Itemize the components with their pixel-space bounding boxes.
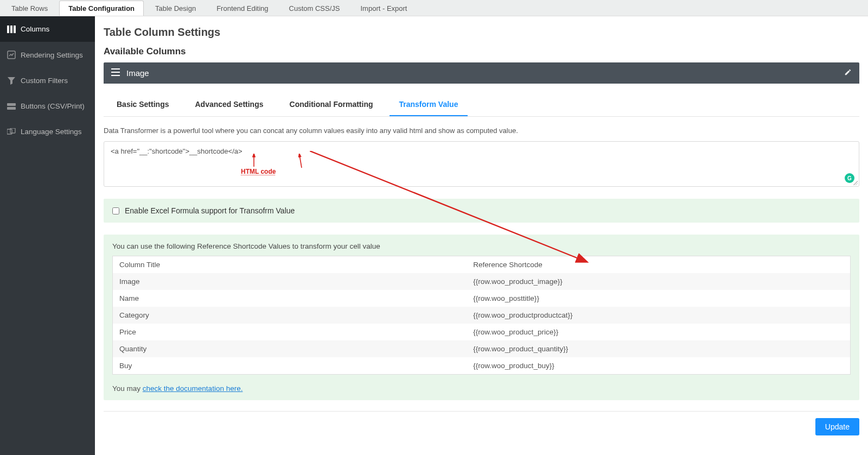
table-header-row: Column Title Reference Shortcode [113,256,851,274]
svg-rect-8 [111,68,120,69]
sidebar-item-label: Custom Filters [21,77,68,85]
cell-column-title: Buy [113,357,467,375]
hamburger-icon [111,68,120,78]
cell-column-title: Price [113,324,467,340]
sub-tabs: Basic SettingsAdvanced SettingsCondition… [104,94,859,117]
language-icon [7,128,16,136]
filter-icon [7,77,16,85]
cell-column-title: Quantity [113,340,467,357]
cell-reference-shortcode: {{row.woo_product_quantity}} [467,340,850,357]
reference-table: Column Title Reference Shortcode Image{{… [112,256,851,375]
svg-rect-5 [7,107,16,110]
top-tab-frontend-editing[interactable]: Frontend Editing [207,1,277,16]
sidebar-item-buttons-csv-print-[interactable]: Buttons (CSV/Print) [0,93,95,119]
table-row: Price{{row.woo_product_price}} [113,324,851,340]
sub-tab-advanced-settings[interactable]: Advanced Settings [185,94,273,116]
svg-rect-0 [7,26,9,33]
pencil-icon[interactable] [844,68,852,78]
svg-rect-10 [111,75,120,76]
rendering-icon [7,50,16,59]
columns-icon [7,26,16,33]
cell-reference-shortcode: {{row.woo_productproductcat}} [467,307,850,324]
cell-reference-shortcode: {{row.woo_product_buy}} [467,357,850,375]
cell-column-title: Name [113,290,467,307]
col-header-title: Column Title [113,256,467,274]
svg-rect-4 [7,103,16,106]
top-tab-table-rows[interactable]: Table Rows [2,1,57,16]
cell-reference-shortcode: {{row.woo_product_price}} [467,324,850,340]
top-tab-table-design[interactable]: Table Design [146,1,205,16]
buttons-icon [7,103,16,110]
sidebar-item-label: Columns [21,25,49,33]
doc-link[interactable]: check the documentation here. [143,384,243,393]
content-area: Table Column Settings Available Columns … [95,16,868,455]
svg-rect-1 [10,26,12,33]
reference-intro: You can use the following Reference Shor… [112,242,851,250]
transform-value-input[interactable]: <a href="__:"shortcode">__shortcode</a> … [104,141,859,187]
resize-handle-icon[interactable] [853,181,858,185]
panel-header[interactable]: Image [104,62,859,84]
sub-tab-conditional-formatting[interactable]: Conditional Formatting [280,94,383,116]
section-title: Available Columns [104,46,859,57]
sidebar-item-rendering-settings[interactable]: Rendering Settings [0,42,95,68]
table-row: Image{{row.woo_product_image}} [113,273,851,290]
top-tab-table-configuration[interactable]: Table Configuration [59,1,144,16]
doc-line: You may check the documentation here. [112,384,851,393]
sidebar-item-custom-filters[interactable]: Custom Filters [0,68,95,93]
table-row: Quantity{{row.woo_product_quantity}} [113,340,851,357]
sidebar-item-label: Rendering Settings [21,51,83,59]
sidebar: ColumnsRendering SettingsCustom FiltersB… [0,16,95,455]
transform-description: Data Transformer is a powerful tool wher… [104,127,859,135]
table-row: Category{{row.woo_productproductcat}} [113,307,851,324]
col-header-shortcode: Reference Shortcode [467,256,850,274]
sub-tab-basic-settings[interactable]: Basic Settings [107,94,178,116]
svg-rect-2 [14,26,16,33]
reference-shortcode-box: You can use the following Reference Shor… [104,235,859,400]
top-tab-custom-css-js[interactable]: Custom CSS/JS [280,1,349,16]
top-tab-import-export[interactable]: Import - Export [352,1,417,16]
cell-column-title: Category [113,307,467,324]
sidebar-item-columns[interactable]: Columns [0,16,95,42]
sub-tab-transform-value[interactable]: Transform Value [390,94,468,116]
excel-formula-label[interactable]: Enable Excel Formula support for Transof… [125,206,295,215]
table-row: Buy{{row.woo_product_buy}} [113,357,851,375]
page-title: Table Column Settings [104,26,859,39]
update-button[interactable]: Update [815,418,859,435]
footer-actions: Update [104,412,859,442]
cell-column-title: Image [113,273,467,290]
annotation-html-code-label: HTML code [241,168,276,175]
excel-formula-box: Enable Excel Formula support for Transof… [104,199,859,223]
sidebar-item-label: Language Settings [21,128,82,136]
panel-title: Image [126,68,844,78]
excel-formula-checkbox[interactable] [112,207,119,214]
cell-reference-shortcode: {{row.woo_posttitle}} [467,290,850,307]
doc-prefix: You may [112,384,143,393]
cell-reference-shortcode: {{row.woo_product_image}} [467,273,850,290]
top-tabs: Table RowsTable ConfigurationTable Desig… [0,0,868,16]
sidebar-item-language-settings[interactable]: Language Settings [0,119,95,144]
transform-value-text: <a href="__:"shortcode">__shortcode</a> [111,147,242,155]
sidebar-item-label: Buttons (CSV/Print) [21,102,85,110]
annotation-arrow-diag-icon [298,154,317,170]
table-row: Name{{row.woo_posttitle}} [113,290,851,307]
svg-line-23 [299,155,302,168]
svg-rect-9 [111,72,120,73]
annotation-arrow-up-icon [251,154,257,168]
